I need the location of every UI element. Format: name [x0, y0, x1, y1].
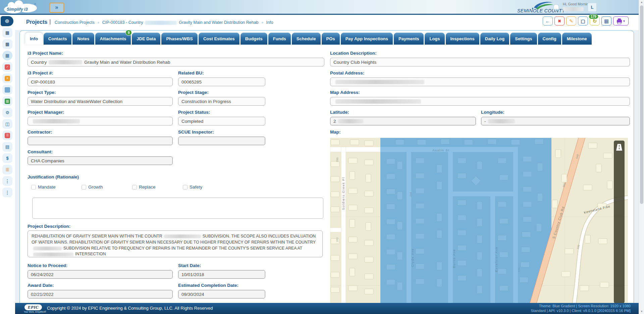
- checkbox-icon[interactable]: [31, 185, 36, 190]
- sidebar-item-clipboard[interactable]: ≡: [2, 73, 12, 83]
- sidebar-item-clipboard-check[interactable]: ✓: [2, 62, 12, 72]
- tab-notes[interactable]: Notes: [72, 33, 94, 45]
- scroll-thumb[interactable]: [640, 5, 643, 204]
- scroll-up-arrow[interactable]: ▲: [639, 1, 644, 4]
- postal-address-input[interactable]: [330, 77, 630, 86]
- sidebar-item-sliders[interactable]: ☰: [2, 165, 12, 174]
- map-address-input[interactable]: [330, 97, 630, 106]
- project-number-input[interactable]: CIP-000183: [28, 77, 173, 86]
- consultant-input[interactable]: CHA Companies: [28, 156, 173, 165]
- clipboard-icon: ≡: [5, 76, 10, 81]
- project-type-input[interactable]: Water Distribution and WasteWater Collec…: [28, 97, 173, 106]
- sidebar-item-dollar[interactable]: $: [2, 153, 12, 163]
- title-divider: |: [49, 18, 51, 25]
- edit-button[interactable]: ✎: [566, 16, 576, 25]
- sidebar-item-database[interactable]: ☰: [2, 130, 12, 140]
- database-icon: ☰: [5, 133, 10, 138]
- tab-milestone[interactable]: Milestone: [562, 33, 592, 45]
- longitude-input[interactable]: -: [481, 117, 630, 125]
- map-address-label: Map Address:: [330, 90, 630, 95]
- sidebar-item-document[interactable]: ▤: [2, 142, 12, 152]
- print-button[interactable]: ▾: [613, 16, 629, 25]
- sidebar-item-building-2[interactable]: ▦: [2, 39, 12, 49]
- project-name-input[interactable]: CountryGravity Main and Water Distributi…: [28, 58, 324, 66]
- building-icon: ▦: [5, 42, 9, 46]
- checkbox-icon[interactable]: [183, 185, 187, 190]
- project-manager-input[interactable]: [28, 117, 173, 125]
- tab-contacts[interactable]: Contacts: [44, 33, 72, 45]
- pending-items-button[interactable]: ↻ 179: [590, 16, 600, 25]
- ellipsis-icon: ⋮: [5, 179, 10, 184]
- estimated-completion-input[interactable]: 09/30/2024: [178, 290, 265, 299]
- related-bu-input[interactable]: 00065285: [178, 77, 265, 86]
- start-date-input[interactable]: 10/01/2018: [178, 270, 265, 279]
- tab-schedule[interactable]: Schedule: [292, 33, 321, 45]
- breadcrumb-project[interactable]: CIP-000183 - CountryGravity Main and Wat…: [102, 20, 259, 25]
- sidebar-item-gears[interactable]: ⚙: [2, 108, 12, 117]
- tab-logs[interactable]: Logs: [425, 33, 444, 45]
- back-button[interactable]: ←: [543, 16, 553, 25]
- sidebar-item-more-2[interactable]: ⋮: [2, 188, 12, 197]
- checkbox-growth[interactable]: Growth: [82, 185, 103, 190]
- latitude-input[interactable]: 2: [330, 117, 476, 125]
- map-street-clyde: Clyde Ave: [411, 248, 414, 267]
- project-map[interactable]: .ch{fill:#f8f4df;stroke:#cfc9ad;stroke-w…: [330, 138, 628, 303]
- avatar[interactable]: L: [588, 3, 597, 12]
- page-scrollbar[interactable]: ▲ ▼: [639, 0, 644, 314]
- tab-info[interactable]: Info: [25, 33, 43, 45]
- project-status-label: Project Status:: [178, 110, 265, 115]
- building-icon: ▦: [5, 31, 9, 35]
- toolbar: ← ✖ ✎ ▢ ↻ 179 ▦ ▾: [543, 16, 629, 25]
- tab-jde-data[interactable]: JDE Data: [132, 33, 160, 45]
- checkbox-mandate[interactable]: Mandate: [31, 185, 56, 190]
- scue-inspector-input[interactable]: [178, 137, 265, 145]
- map-side-strip[interactable]: [614, 141, 625, 303]
- epic-tagline: Your Work, Simplified®: [24, 311, 46, 313]
- justification-notes-input[interactable]: [32, 198, 323, 219]
- sidebar-item-building-1[interactable]: ▦: [2, 28, 12, 38]
- project-status-input[interactable]: Completed: [178, 117, 265, 125]
- sidebar-item-map[interactable]: ▥: [2, 96, 12, 106]
- tab-daily-log[interactable]: Daily Log: [480, 33, 509, 45]
- breadcrumb-construction-projects[interactable]: Construction Projects: [55, 20, 95, 25]
- tab-config[interactable]: Config: [538, 33, 561, 45]
- tab-settings[interactable]: Settings: [510, 33, 537, 45]
- tab-phases-wbs[interactable]: Phases/WBS: [161, 33, 197, 45]
- sidebar-item-square[interactable]: [2, 85, 12, 95]
- notice-to-proceed-input[interactable]: 06/24/2022: [28, 270, 173, 279]
- sidebar-item-globe[interactable]: ⊕: [1, 16, 13, 26]
- gear-icon: ⚙: [5, 110, 9, 115]
- sidebar-item-more-1[interactable]: ⋮: [2, 176, 12, 186]
- tab-budgets[interactable]: Budgets: [240, 33, 267, 45]
- notifications-bell-icon[interactable]: [553, 4, 559, 10]
- sidebar-item-building-active[interactable]: ▦: [2, 51, 12, 60]
- tab-pay-app-insp[interactable]: Pay App Inspections: [341, 33, 393, 45]
- project-type-label: Project Type:: [28, 90, 173, 95]
- close-button[interactable]: ✖: [554, 16, 565, 25]
- contractor-input[interactable]: [28, 137, 173, 145]
- tab-pos[interactable]: POs: [322, 33, 340, 45]
- location-description-input[interactable]: Country Club Heights: [330, 58, 630, 66]
- scroll-down-arrow[interactable]: ▼: [639, 310, 644, 313]
- checkbox-icon[interactable]: [82, 185, 86, 190]
- tab-payments[interactable]: Payments: [394, 33, 424, 45]
- tab-cost-estimates[interactable]: Cost Estimates: [199, 33, 239, 45]
- sidebar-expand-button[interactable]: »: [49, 3, 64, 13]
- tab-inspections[interactable]: Inspections: [446, 33, 479, 45]
- map-street-excelsior: Excelsior Ave: [494, 247, 498, 272]
- award-date-input[interactable]: 02/21/2022: [28, 290, 173, 299]
- square-icon: [5, 87, 10, 93]
- project-stage-input[interactable]: Construction in Progress: [178, 97, 265, 106]
- checkbox-safety[interactable]: Safety: [183, 185, 202, 190]
- estimated-completion-label: Estimated Completion Date:: [178, 283, 265, 288]
- checkbox-icon[interactable]: [132, 185, 137, 190]
- checkbox-replace[interactable]: Replace: [132, 185, 156, 190]
- sidebar-item-contacts[interactable]: ◫: [2, 119, 12, 129]
- tab-funds[interactable]: Funds: [268, 33, 291, 45]
- notes-button[interactable]: ▢: [578, 16, 588, 25]
- breadcrumb-info[interactable]: Info: [266, 20, 273, 25]
- longitude-label: Longitude:: [481, 110, 630, 115]
- tab-attachments[interactable]: Attachments9: [95, 33, 131, 45]
- project-description-input[interactable]: REHABILITATION OF GRAVITY SEWER MAIN WIT…: [28, 230, 323, 257]
- calendar-button[interactable]: ▦: [601, 16, 611, 25]
